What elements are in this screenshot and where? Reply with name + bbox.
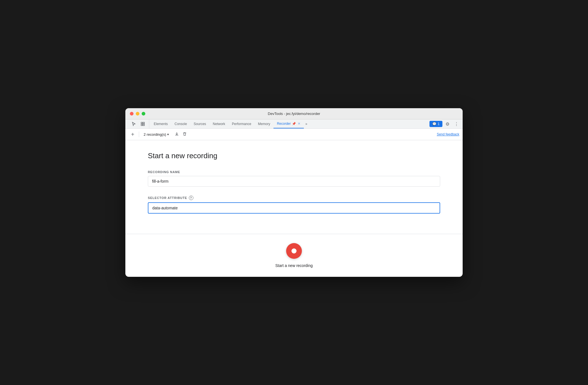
recording-count-label: 2 recording(s) — [144, 132, 166, 137]
tab-list: Elements Console Sources Network Perform… — [150, 119, 429, 128]
tab-elements[interactable]: Elements — [150, 119, 171, 128]
secondary-toolbar: + 2 recording(s) ▾ Send feedback — [125, 129, 463, 140]
trash-icon — [182, 132, 187, 137]
more-options-button[interactable]: ⋮ — [453, 120, 460, 128]
cursor-icon — [132, 122, 136, 126]
gear-icon: ⚙ — [445, 121, 449, 127]
selector-attribute-group: SELECTOR ATTRIBUTE ? — [148, 196, 440, 214]
download-icon — [175, 132, 179, 137]
recording-name-group: RECORDING NAME — [148, 170, 440, 187]
recording-selector[interactable]: 2 recording(s) ▾ — [141, 131, 171, 138]
plus-icon: + — [131, 131, 134, 138]
toolbar-divider — [139, 132, 139, 137]
more-icon: ⋮ — [454, 121, 459, 127]
svg-rect-0 — [141, 122, 143, 124]
chevron-down-icon: ▾ — [167, 133, 169, 136]
tab-console[interactable]: Console — [171, 119, 190, 128]
main-content: Start a new recording RECORDING NAME SEL… — [125, 140, 463, 234]
svg-rect-1 — [143, 122, 144, 124]
page-title: Start a new recording — [148, 151, 440, 160]
feedback-count: 1 — [438, 122, 440, 126]
recording-name-label: RECORDING NAME — [148, 170, 440, 174]
download-button[interactable] — [173, 130, 181, 138]
tab-recorder[interactable]: Recorder 📌 ✕ — [273, 119, 304, 128]
settings-button[interactable]: ⚙ — [444, 120, 451, 128]
tab-close-icon[interactable]: ✕ — [298, 122, 300, 126]
start-recording-button[interactable] — [286, 243, 302, 259]
svg-rect-2 — [141, 124, 143, 126]
window-title: DevTools - jec.fyi/demo/recorder — [268, 112, 320, 116]
recorder-pin-icon: 📌 — [292, 122, 296, 126]
delete-button[interactable] — [181, 130, 189, 138]
cursor-icon-button[interactable] — [130, 120, 138, 128]
devtools-window: DevTools - jec.fyi/demo/recorder Element… — [125, 108, 463, 277]
title-bar: DevTools - jec.fyi/demo/recorder — [125, 108, 463, 119]
tab-performance[interactable]: Performance — [229, 119, 255, 128]
inspect-icon — [141, 122, 145, 126]
selector-attribute-input[interactable] — [148, 202, 440, 214]
toolbar-right: 💬 1 ⚙ ⋮ — [429, 119, 460, 128]
help-icon[interactable]: ? — [189, 196, 193, 200]
svg-rect-3 — [143, 124, 144, 126]
add-recording-button[interactable]: + — [129, 130, 137, 138]
tab-memory[interactable]: Memory — [255, 119, 273, 128]
tab-network[interactable]: Network — [209, 119, 229, 128]
maximize-button[interactable] — [142, 112, 145, 116]
minimize-button[interactable] — [136, 112, 139, 116]
chat-icon: 💬 — [432, 122, 437, 126]
traffic-lights — [130, 112, 145, 116]
send-feedback-link[interactable]: Send feedback — [437, 132, 459, 136]
start-recording-label: Start a new recording — [275, 263, 313, 268]
record-section: Start a new recording — [125, 234, 463, 277]
recording-name-input[interactable] — [148, 176, 440, 187]
tab-sources[interactable]: Sources — [190, 119, 209, 128]
close-button[interactable] — [130, 112, 134, 116]
toolbar-left-icons — [128, 119, 149, 128]
feedback-badge-button[interactable]: 💬 1 — [429, 121, 442, 127]
tab-recorder-label: Recorder — [277, 122, 291, 126]
selector-attribute-label: SELECTOR ATTRIBUTE ? — [148, 196, 440, 200]
tab-more-button[interactable]: » — [304, 119, 309, 128]
inspect-icon-button[interactable] — [139, 120, 147, 128]
devtools-toolbar: Elements Console Sources Network Perform… — [125, 119, 463, 129]
record-button-inner — [291, 248, 297, 253]
